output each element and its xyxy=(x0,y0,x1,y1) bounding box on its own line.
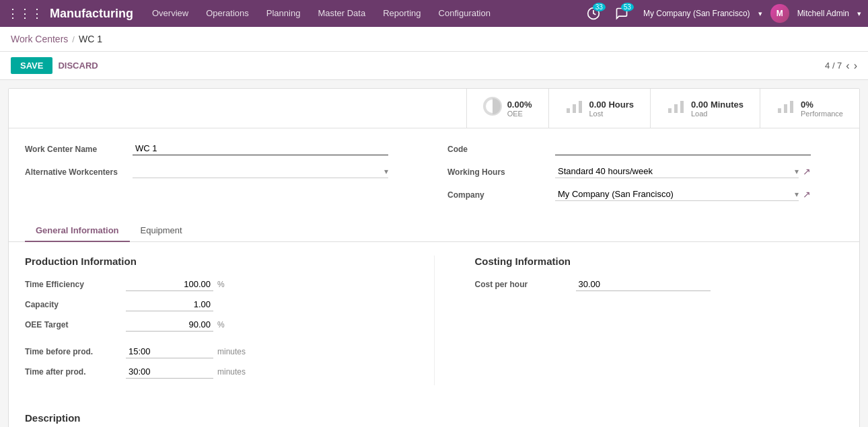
working-hours-row: Working Hours Standard 40 hours/week ▾ ↗ xyxy=(447,165,843,178)
cost-per-hour-value-wrapper xyxy=(576,278,844,291)
time-before-unit: minutes xyxy=(217,347,246,356)
time-efficiency-label: Time Efficiency xyxy=(25,280,126,289)
performance-label: Performance xyxy=(801,110,843,118)
svg-rect-8 xyxy=(778,108,781,113)
stat-load[interactable]: 0.00 Minutes Load xyxy=(650,89,760,128)
load-label: Load xyxy=(691,110,744,118)
svg-rect-3 xyxy=(573,104,576,113)
work-center-name-input[interactable] xyxy=(133,142,388,155)
breadcrumb-parent[interactable]: Work Centers xyxy=(11,34,68,44)
code-label: Code xyxy=(447,142,555,154)
message-badge: 53 xyxy=(621,3,634,11)
alternative-select-wrapper: ▾ xyxy=(133,165,388,178)
oee-label: OEE xyxy=(507,110,532,118)
load-chart-icon xyxy=(667,99,686,118)
tab-equipment[interactable]: Equipment xyxy=(130,220,193,242)
work-center-name-row: Work Center Name xyxy=(25,142,421,155)
oee-target-label: OEE Target xyxy=(25,320,126,329)
stat-performance[interactable]: 0% Performance xyxy=(760,89,859,128)
code-input[interactable] xyxy=(555,142,811,155)
alternative-field: ▾ xyxy=(133,165,388,178)
oee-target-input[interactable] xyxy=(126,318,213,332)
working-hours-select-wrapper: Standard 40 hours/week ▾ xyxy=(555,165,799,178)
code-row: Code xyxy=(447,142,843,155)
nav-operations[interactable]: Operations xyxy=(203,0,252,27)
alternative-select[interactable] xyxy=(133,165,384,178)
pager-next[interactable]: › xyxy=(854,60,857,72)
capacity-row: Capacity xyxy=(25,298,394,311)
pager-prev[interactable]: ‹ xyxy=(846,60,849,72)
svg-rect-4 xyxy=(579,101,582,113)
oee-value: 0.00% xyxy=(507,100,532,110)
company-select[interactable]: My Company (San Francisco) xyxy=(555,188,795,200)
capacity-input[interactable] xyxy=(126,298,213,311)
breadcrumb: Work Centers / WC 1 xyxy=(0,27,868,52)
time-before-row: Time before prod. minutes xyxy=(25,345,394,358)
performance-chart-icon xyxy=(776,99,795,118)
nav-configuration[interactable]: Configuration xyxy=(436,0,493,27)
user-name[interactable]: Mitchell Admin xyxy=(797,9,849,18)
stat-lost[interactable]: 0.00 Hours Lost xyxy=(548,89,650,128)
company-field: My Company (San Francisco) ▾ ↗ xyxy=(555,188,811,201)
stats-row: 0.00% OEE 0.00 Hours Lost 0.00 Minutes L… xyxy=(9,89,859,128)
time-before-value-wrapper: minutes xyxy=(126,345,394,358)
load-stat-info: 0.00 Minutes Load xyxy=(691,100,744,118)
performance-stat-info: 0% Performance xyxy=(801,100,843,118)
breadcrumb-current: WC 1 xyxy=(79,34,102,44)
time-after-input[interactable] xyxy=(126,365,213,379)
work-center-name-label: Work Center Name xyxy=(25,142,133,154)
form-main-fields: Work Center Name Alternative Workcenters… xyxy=(9,128,859,217)
costing-section: Costing Information Cost per hour xyxy=(434,256,844,385)
svg-rect-2 xyxy=(567,108,570,113)
activity-button[interactable]: 33 xyxy=(587,7,600,20)
company-selector[interactable]: My Company (San Francisco) xyxy=(643,9,750,18)
oee-stat-info: 0.00% OEE xyxy=(507,100,532,118)
company-label: Company xyxy=(447,188,555,200)
load-value: 0.00 Minutes xyxy=(691,100,744,110)
working-hours-dropdown-arrow: ▾ xyxy=(795,167,799,176)
save-button[interactable]: SAVE xyxy=(11,57,52,74)
svg-rect-5 xyxy=(668,108,672,113)
tab-general-information[interactable]: General Information xyxy=(25,220,130,242)
oee-target-row: OEE Target % xyxy=(25,318,394,332)
user-dropdown-arrow[interactable]: ▾ xyxy=(857,9,861,18)
description-title: Description xyxy=(9,412,859,427)
cost-per-hour-label: Cost per hour xyxy=(475,280,576,289)
cost-per-hour-row: Cost per hour xyxy=(475,278,844,291)
working-hours-select[interactable]: Standard 40 hours/week xyxy=(555,165,795,178)
nav-planning[interactable]: Planning xyxy=(264,0,303,27)
user-avatar[interactable]: M xyxy=(770,4,789,23)
company-row: Company My Company (San Francisco) ▾ ↗ xyxy=(447,188,843,201)
main-content: 0.00% OEE 0.00 Hours Lost 0.00 Minutes L… xyxy=(8,88,860,427)
time-before-input[interactable] xyxy=(126,345,213,358)
stat-oee[interactable]: 0.00% OEE xyxy=(466,89,548,128)
cost-per-hour-input[interactable] xyxy=(576,278,711,291)
oee-target-value-wrapper: % xyxy=(126,318,394,332)
main-nav: Overview Operations Planning Master Data… xyxy=(149,0,587,27)
app-name: Manufacturing xyxy=(50,7,133,21)
company-dropdown-arrow[interactable]: ▾ xyxy=(758,9,762,18)
working-hours-ext-link[interactable]: ↗ xyxy=(803,166,811,177)
alternative-label: Alternative Workcenters xyxy=(25,165,133,177)
svg-rect-7 xyxy=(680,101,684,113)
tabs-bar: General Information Equipment xyxy=(9,220,859,242)
nav-overview[interactable]: Overview xyxy=(149,0,191,27)
company-ext-link[interactable]: ↗ xyxy=(803,189,811,200)
form-right-col: Code Working Hours Standard 40 hours/wee… xyxy=(447,142,843,210)
grid-icon[interactable]: ⋮⋮⋮ xyxy=(7,6,43,21)
nav-reporting[interactable]: Reporting xyxy=(380,0,423,27)
time-efficiency-input[interactable] xyxy=(126,278,213,291)
time-before-label: Time before prod. xyxy=(25,347,126,356)
discard-button[interactable]: DISCARD xyxy=(58,61,98,71)
pager-count: 4 / 7 xyxy=(825,61,842,71)
activity-badge: 33 xyxy=(593,3,606,11)
oee-chart-icon xyxy=(483,97,502,120)
work-center-name-field xyxy=(133,142,388,155)
nav-master-data[interactable]: Master Data xyxy=(315,0,368,27)
time-efficiency-unit: % xyxy=(217,280,225,289)
form-left-col: Work Center Name Alternative Workcenters… xyxy=(25,142,421,210)
lost-label: Lost xyxy=(589,110,634,118)
pager: 4 / 7 ‹ › xyxy=(825,60,857,72)
message-button[interactable]: 53 xyxy=(615,7,628,20)
time-after-unit: minutes xyxy=(217,367,246,377)
